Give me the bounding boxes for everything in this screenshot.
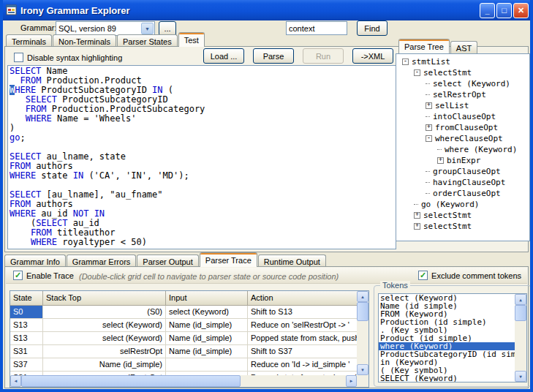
list-item[interactable]: ( (Key symbol) xyxy=(379,366,526,374)
grid-cell[interactable]: Name (id_simple) xyxy=(166,332,248,344)
grid-cell[interactable] xyxy=(166,358,248,371)
maximize-button[interactable]: □ xyxy=(496,3,512,18)
tab-terminals[interactable]: Terminals xyxy=(6,34,52,47)
parse-button[interactable]: Parse xyxy=(253,48,294,64)
grid-header-state[interactable]: State xyxy=(10,291,43,306)
grid-horizontal-scrollbar[interactable]: ◄ ► xyxy=(10,375,357,387)
run-button[interactable]: Run xyxy=(303,48,344,64)
minimize-button[interactable]: _ xyxy=(480,3,495,18)
collapse-icon[interactable]: - xyxy=(414,69,420,76)
scroll-up-icon[interactable]: ▲ xyxy=(515,294,526,305)
tab-ast[interactable]: AST xyxy=(450,41,477,53)
scroll-down-icon[interactable]: ▼ xyxy=(357,364,368,375)
tab-runtime-output[interactable]: Runtime Output xyxy=(258,255,326,267)
tab-non-terminals[interactable]: Non-Terminals xyxy=(53,34,116,47)
tree-node[interactable]: +selectStmt xyxy=(396,210,529,221)
tree-node[interactable]: go (Keyword) xyxy=(396,199,529,210)
collapse-icon[interactable]: - xyxy=(402,59,409,65)
tab-grammar-info[interactable]: Grammar Info xyxy=(4,255,66,267)
list-item[interactable]: in (Keyword) xyxy=(379,358,526,366)
list-item[interactable]: Name (id_simple) xyxy=(379,302,526,310)
tree-node[interactable]: +selectStmt xyxy=(396,221,529,232)
grid-header-input[interactable]: Input xyxy=(166,291,248,306)
tree-node[interactable]: orderClauseOpt xyxy=(396,188,529,199)
grid-vertical-scrollbar[interactable]: ▲ ▼ xyxy=(357,291,368,375)
tab-parser-trace[interactable]: Parser Trace xyxy=(200,252,257,267)
tab-grammar-errors[interactable]: Grammar Errors xyxy=(67,255,136,267)
grid-cell[interactable]: S0 xyxy=(10,306,43,318)
list-item[interactable]: select (Keyword) xyxy=(379,294,526,302)
grid-cell[interactable]: Shift to S13 xyxy=(248,306,357,318)
grid-cell[interactable]: Name (id_simple) xyxy=(166,345,248,358)
list-item[interactable]: FROM (Keyword) xyxy=(379,310,526,318)
list-item[interactable]: where (Keyword) xyxy=(379,342,526,350)
grid-cell[interactable]: Popped state from stack, pushing selRest… xyxy=(248,332,357,344)
grid-cell[interactable]: select (Keyword) xyxy=(166,306,248,318)
tokens-list[interactable]: select (Keyword)Name (id_simple)FROM (Ke… xyxy=(378,293,527,382)
grid-hscroll-thumb[interactable] xyxy=(21,375,241,387)
grid-cell[interactable]: Name (id_simple) xyxy=(43,358,166,371)
tree-node[interactable]: selRestrOpt xyxy=(396,89,529,100)
grid-header-action[interactable]: Action xyxy=(248,291,357,306)
table-row[interactable]: S31selRestrOptName (id_simple)Shift to S… xyxy=(10,345,357,358)
tree-node[interactable]: where (Keyword) xyxy=(396,144,529,155)
expand-icon[interactable]: + xyxy=(426,102,432,109)
collapse-icon[interactable]: - xyxy=(426,135,432,142)
scroll-up-icon[interactable]: ▲ xyxy=(357,291,368,302)
grid-cell[interactable]: Name (id_simple) xyxy=(166,319,248,331)
tree-node[interactable]: select (Keyword) xyxy=(396,78,529,89)
scroll-down-icon[interactable]: ▼ xyxy=(515,371,526,382)
xml-button[interactable]: ->XML xyxy=(352,48,393,64)
list-item[interactable]: Product (id_simple) xyxy=(379,334,526,342)
grid-vscroll-thumb[interactable] xyxy=(357,302,368,321)
code-editor[interactable]: SELECT Name FROM Production.ProductWHERE… xyxy=(7,65,396,249)
tree-node[interactable]: groupClauseOpt xyxy=(396,166,529,177)
grid-cell[interactable]: Shift to S37 xyxy=(248,345,357,358)
scroll-right-icon[interactable]: ► xyxy=(346,375,357,387)
tree-node[interactable]: +binExpr xyxy=(396,155,529,166)
parse-tree-view[interactable]: -stmtList-selectStmtselect (Keyword)selR… xyxy=(396,53,530,241)
grid-cell[interactable]: Reduce on 'selRestrOpt -> ' xyxy=(248,319,357,331)
list-item[interactable]: Production (id_simple) xyxy=(379,318,526,326)
tree-node[interactable]: intoClauseOpt xyxy=(396,111,529,122)
table-row[interactable]: S13select (Keyword)Name (id_simple)Poppe… xyxy=(10,332,357,345)
grid-header-stack-top[interactable]: Stack Top xyxy=(43,291,166,306)
titlebar[interactable]: Irony Grammar Explorer _ □ ✕ xyxy=(0,0,533,20)
tree-node[interactable]: -whereClauseOpt xyxy=(396,133,529,144)
expand-icon[interactable]: + xyxy=(414,212,420,219)
tab-parse-tree[interactable]: Parse Tree xyxy=(398,39,450,53)
list-item[interactable]: . (Key symbol) xyxy=(379,326,526,334)
tab-parser-output[interactable]: Parser Output xyxy=(137,255,198,267)
disable-highlight-checkbox[interactable] xyxy=(14,53,23,62)
grid-cell[interactable]: (S0) xyxy=(43,306,166,318)
find-button[interactable]: Find xyxy=(357,20,388,36)
search-input[interactable] xyxy=(286,21,347,35)
tree-node[interactable]: -selectStmt xyxy=(396,67,529,78)
grid-cell[interactable]: select (Keyword) xyxy=(43,332,166,344)
grid-cell[interactable]: Reduce on 'Id -> id_simple ' xyxy=(248,358,357,371)
grid-cell[interactable]: selRestrOpt xyxy=(43,345,166,358)
tokens-vscroll-thumb[interactable] xyxy=(515,305,526,321)
tree-node[interactable]: +selList xyxy=(396,100,529,111)
table-row[interactable]: S13select (Keyword)Name (id_simple)Reduc… xyxy=(10,319,357,332)
tab-parser-states[interactable]: Parser States xyxy=(117,34,178,47)
grid-cell[interactable]: select (Keyword) xyxy=(43,319,166,331)
tree-node[interactable]: havingClauseOpt xyxy=(396,177,529,188)
tab-test[interactable]: Test xyxy=(178,32,205,47)
grid-cell[interactable]: S31 xyxy=(10,345,43,358)
list-item[interactable]: SELECT (Keyword) xyxy=(379,374,526,382)
exclude-comment-checkbox[interactable]: ✓ xyxy=(418,271,428,280)
table-row[interactable]: S0(S0)select (Keyword)Shift to S13 xyxy=(10,306,357,319)
list-item[interactable]: ProductSubcategoryID (id_simple) xyxy=(379,350,526,358)
close-button[interactable]: ✕ xyxy=(513,3,529,18)
scroll-left-icon[interactable]: ◄ xyxy=(10,375,21,387)
enable-trace-checkbox[interactable]: ✓ xyxy=(13,271,23,280)
grid-cell[interactable]: S13 xyxy=(10,332,43,344)
table-row[interactable]: S37Name (id_simple)Reduce on 'Id -> id_s… xyxy=(10,358,357,372)
grid-cell[interactable]: S13 xyxy=(10,319,43,331)
expand-icon[interactable]: + xyxy=(437,157,444,164)
load-button[interactable]: Load ... xyxy=(203,48,244,64)
tree-node[interactable]: +fromClauseOpt xyxy=(396,122,529,133)
grid-cell[interactable]: S37 xyxy=(10,358,43,371)
tree-node[interactable]: -stmtList xyxy=(396,56,529,67)
